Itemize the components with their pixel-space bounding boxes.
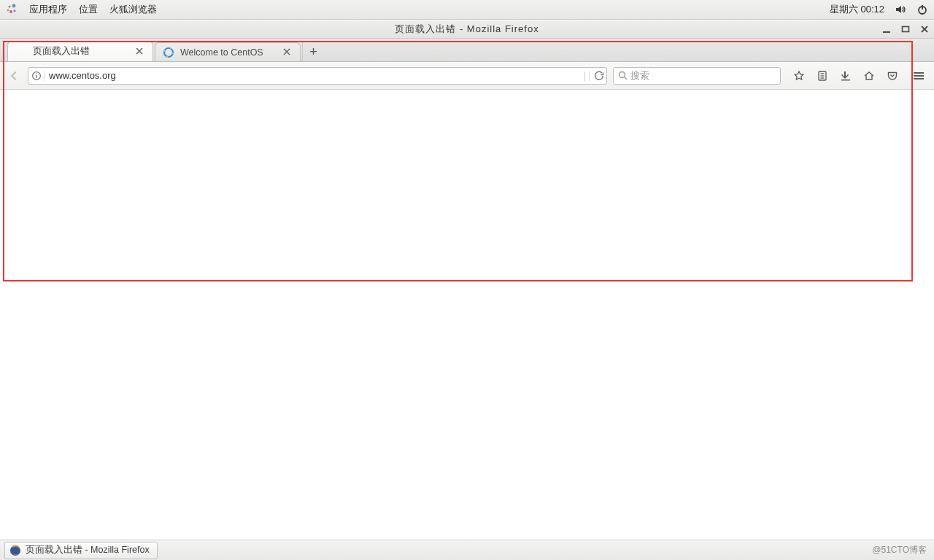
svg-point-4 xyxy=(14,10,16,12)
taskbar-button-label: 页面载入出错 - Mozilla Firefox xyxy=(26,544,150,556)
identity-info-icon[interactable] xyxy=(31,71,45,81)
svg-rect-29 xyxy=(914,78,924,79)
tab-title: 页面载入出错 xyxy=(33,45,131,58)
svg-rect-26 xyxy=(841,79,850,81)
window-maximize-button[interactable] xyxy=(900,24,911,34)
menu-applications[interactable]: 应用程序 xyxy=(29,3,67,16)
svg-point-0 xyxy=(12,4,16,8)
taskbar-firefox-button[interactable]: 页面载入出错 - Mozilla Firefox xyxy=(4,542,158,559)
search-bar[interactable] xyxy=(613,67,781,85)
gnome-taskbar: 页面载入出错 - Mozilla Firefox @51CTO博客 xyxy=(0,540,934,560)
new-tab-button[interactable]: + xyxy=(302,42,324,61)
url-input[interactable] xyxy=(49,70,581,81)
menu-firefox[interactable]: 火狐浏览器 xyxy=(109,3,157,16)
gnome-foot-icon xyxy=(6,4,18,15)
downloads-icon[interactable] xyxy=(839,69,852,82)
window-close-button[interactable] xyxy=(919,24,930,34)
svg-point-2 xyxy=(7,9,9,12)
window-title: 页面载入出错 - Mozilla Firefox xyxy=(395,23,539,36)
back-button[interactable] xyxy=(6,68,22,84)
bookmark-star-icon[interactable] xyxy=(792,69,806,82)
svg-rect-7 xyxy=(883,31,890,33)
tab-close-button[interactable] xyxy=(135,47,145,57)
search-icon xyxy=(618,71,628,80)
window-titlebar: 页面载入出错 - Mozilla Firefox xyxy=(0,20,934,39)
svg-point-19 xyxy=(36,73,37,74)
firefox-icon xyxy=(9,545,21,556)
tab-close-button[interactable] xyxy=(282,47,293,58)
power-icon[interactable] xyxy=(916,4,928,15)
nav-toolbar: | xyxy=(0,62,934,90)
tab-strip: 页面载入出错 Welcome to CentOS + xyxy=(0,39,934,62)
svg-rect-27 xyxy=(914,72,924,74)
watermark-label: @51CTO博客 xyxy=(872,544,927,556)
tab-page-load-error[interactable]: 页面载入出错 xyxy=(7,41,153,61)
url-bar[interactable]: | xyxy=(28,67,607,85)
svg-rect-28 xyxy=(914,75,924,77)
home-icon[interactable] xyxy=(862,69,876,82)
warning-icon xyxy=(15,46,27,58)
menu-hamburger-icon[interactable] xyxy=(912,69,925,82)
gnome-top-bar: 应用程序 位置 火狐浏览器 星期六 00:12 xyxy=(0,0,934,20)
bookmarks-list-icon[interactable] xyxy=(816,69,829,82)
reload-button[interactable] xyxy=(589,71,603,81)
svg-point-1 xyxy=(8,5,10,7)
svg-point-20 xyxy=(620,72,625,78)
svg-point-3 xyxy=(9,10,12,13)
clock-label[interactable]: 星期六 00:12 xyxy=(830,3,884,16)
search-input[interactable] xyxy=(630,70,776,81)
svg-point-13 xyxy=(164,48,173,57)
tab-title: Welcome to CentOS xyxy=(180,47,278,58)
tab-welcome-centos[interactable]: Welcome to CentOS xyxy=(155,42,301,61)
window-minimize-button[interactable] xyxy=(881,24,892,34)
page-content xyxy=(0,90,934,540)
centos-icon xyxy=(163,47,174,58)
svg-rect-8 xyxy=(903,27,909,32)
menu-places[interactable]: 位置 xyxy=(79,3,98,16)
svg-line-21 xyxy=(625,77,627,79)
url-separator: | xyxy=(584,70,586,81)
pocket-icon[interactable] xyxy=(886,69,899,82)
volume-icon[interactable] xyxy=(895,4,906,15)
